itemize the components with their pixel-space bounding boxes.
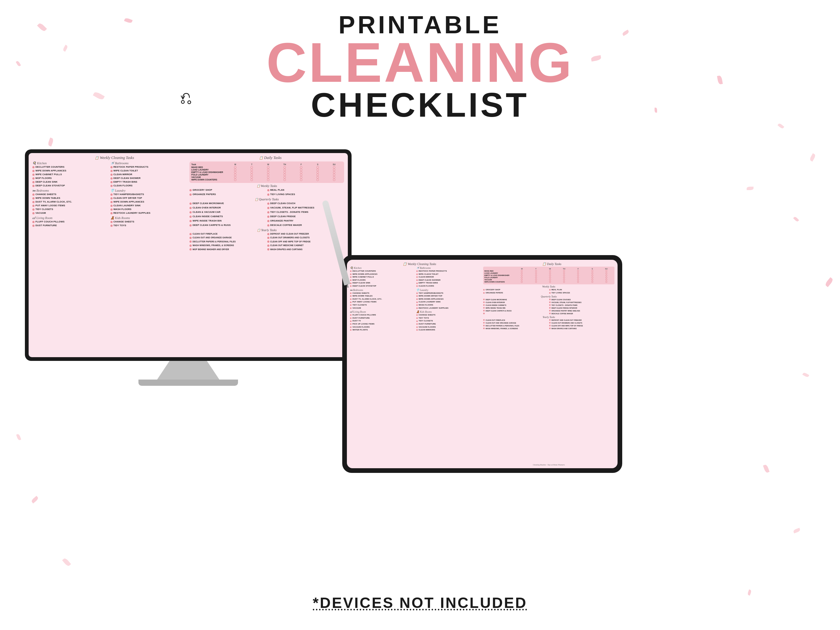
- weekly-tasks-label: 📋 Weekly Tasks: [189, 184, 344, 188]
- task-wash-floors: WASH FLOORS: [111, 207, 187, 211]
- task-grocery-shop: GROCERY SHOP: [189, 188, 267, 192]
- quarterly-tasks-section: 📋 Quarterly Tasks DEEP CLEAN MICROWAVE D…: [189, 197, 344, 227]
- task-wipe-toilet: WIPE CLEAN TOILET: [111, 169, 187, 173]
- tablet-quarterly-section: Quarterly Tasks DEEP CLEAN MICROWAVE DEE…: [483, 295, 614, 315]
- tablet-kids-header: 🧸 Kids Rooms: [416, 311, 482, 313]
- tablet-weekly-subsection: Weekly Tasks GROCERY SHOP MEAL PLAN ORGA…: [483, 285, 614, 294]
- curly-decoration: ⎌: [180, 87, 192, 109]
- daily-row-make-bed: MAKE BED: [191, 166, 342, 169]
- header: PRINTABLE CLEANING CHECKLIST: [233, 13, 607, 122]
- tablet-checklist-content: 📋Weekly Cleaning Tasks 📋Daily Tasks 🍳 Ki…: [347, 260, 617, 468]
- quarterly-label: 📋 Quarterly Tasks: [189, 197, 344, 201]
- bedrooms-header: 🛏 Bedrooms: [32, 189, 109, 192]
- tablet-kitchen-header: 🍳 Kitchen: [350, 267, 415, 269]
- tablet-screen: 📋Weekly Cleaning Tasks 📋Daily Tasks 🍳 Ki…: [347, 260, 617, 468]
- task-declutter-counters: DECLUTTER COUNTERS: [32, 165, 109, 169]
- day-f: F: [293, 163, 309, 166]
- task-deep-clean-stovetop: DEEP CLEAN STOVETOP: [32, 184, 109, 188]
- daily-row-vacuum: VACUUM: [191, 176, 342, 178]
- task-clean-laundry-sink: CLEAN LAUNDRY SINK: [111, 204, 187, 207]
- task-restock-paper: RESTOCK PAPER PRODUCTS: [111, 165, 187, 169]
- monitor-screen: 📋 Weekly Cleaning Tasks 📋 Daily Tasks: [28, 153, 348, 357]
- tablet-daily-title: Daily Tasks: [547, 262, 562, 266]
- tablet-weekly-title: Weekly Cleaning Tasks: [407, 262, 436, 266]
- task-dust-tv: DUST TV, ALARM CLOCK, ETC.: [32, 200, 109, 204]
- task-tidy-toys: TIDY TOYS: [111, 224, 187, 227]
- task-wipe-tables: WIPE DOWN TABLES: [32, 196, 109, 200]
- task-tidy-living: TIDY LIVING SPACES: [267, 193, 344, 196]
- daily-row-wipe-counters: WIPE DOWN COUNTERS: [191, 178, 342, 181]
- task-kids-change-sheets: CHANGE SHEETS: [111, 220, 187, 224]
- laundry-header: 👕 Laundry: [111, 189, 187, 192]
- monitor-container: 📋 Weekly Cleaning Tasks 📋 Daily Tasks: [25, 149, 352, 386]
- daily-row-dishwasher: EMPTY & LOAD DISHWASHER: [191, 171, 342, 174]
- task-tidy-closets: TIDY CLOSETS: [32, 207, 109, 211]
- day-s: S: [309, 163, 326, 166]
- quarterly-tasks-grid: DEEP CLEAN MICROWAVE DEEP CLEAN COUCH CL…: [189, 202, 344, 227]
- weekly-tasks-subsection: 📋 Weekly Tasks GROCERY SHOP MEAL PLAN OR…: [189, 184, 344, 196]
- cleaning-title: CLEANING: [233, 37, 607, 88]
- task-put-away-loose: PUT AWAY LOOSE ITEMS: [32, 204, 109, 207]
- tablet-container: 📋Weekly Cleaning Tasks 📋Daily Tasks 🍳 Ki…: [342, 255, 622, 473]
- kitchen-section: 🍳 Kitchen DECLUTTER COUNTERS WIPE DOWN A…: [32, 161, 109, 354]
- tablet-yearly-section: Yearly Tasks CLEAN OUT FIREPLACE DEFROST…: [483, 316, 614, 330]
- weekly-tasks-grid: GROCERY SHOP MEAL PLAN ORGANIZE PAPERS T…: [189, 188, 344, 196]
- day-th: TH: [276, 163, 293, 166]
- kids-rooms-header: 🧸 Kids Rooms: [111, 216, 187, 219]
- kitchen-header: 🍳 Kitchen: [32, 161, 109, 165]
- monitor-base: [139, 379, 238, 386]
- day-t: T: [243, 163, 260, 166]
- task-wipe-cabinet-pulls: WIPE CABINET PULLS: [32, 173, 109, 177]
- tablet-daily-panel: M T W TH F S SU MAKE BED: [483, 267, 614, 284]
- monitor-daily-title: Daily Tasks: [264, 156, 281, 160]
- tablet-laundry-header: 👕 Laundry: [416, 289, 482, 292]
- monitor-weekly-title: Weekly Cleaning Tasks: [100, 156, 134, 160]
- task-dust-furniture: DUST FURNITURE: [32, 224, 109, 227]
- task-tidy-hampers: TIDY HAMPERS/BASKETS: [111, 193, 187, 196]
- monitor-screen-outer: 📋 Weekly Cleaning Tasks 📋 Daily Tasks: [25, 149, 352, 361]
- task-empty-trash: EMPTY TRASH BINS: [111, 180, 187, 184]
- task-clean-mirror: CLEAN MIRROR: [111, 173, 187, 177]
- task-meal-plan: MEAL PLAN: [267, 188, 344, 192]
- living-room-header: 🛋 Living Room: [32, 216, 109, 219]
- task-deep-clean-shower: DEEP CLEAN SHOWER: [111, 177, 187, 180]
- task-fluff-pillows: FLUFF COUCH PILLOWS: [32, 220, 109, 224]
- task-deep-clean-sink: DEEP CLEAN SINK: [32, 180, 109, 184]
- task-organize-papers: ORGANIZE PAPERS: [189, 193, 267, 196]
- day-su: SU: [326, 163, 342, 166]
- tablet-footer: Cleaning Routine - Stay at Home Planners: [483, 464, 614, 466]
- tablet-bedrooms-header: 🛏 Bedrooms: [350, 289, 415, 292]
- tablet-living-header: 🛋 Living Room: [350, 311, 415, 313]
- yearly-tasks-grid: CLEAN OUT FIREPLACE DEFROST AND CLEAN OU…: [189, 232, 344, 251]
- task-change-sheets: CHANGE SHEETS: [32, 193, 109, 196]
- daily-row-fold-laundry: FOLD LAUNDRY: [191, 174, 342, 176]
- daily-tasks-panel: Task M T W TH F S SU MAKE B: [189, 161, 344, 183]
- task-mop-floors: MOP FLOORS: [32, 177, 109, 180]
- task-vacuum-bed: VACUUM: [32, 211, 109, 215]
- bathrooms-section: 🚿 Bathrooms RESTOCK PAPER PRODUCTS WIPE …: [111, 161, 187, 354]
- monitor-stand: [157, 361, 219, 379]
- task-restock-laundry: RESTOCK LAUNDRY SUPPLIES: [111, 211, 187, 215]
- tablet-bathrooms-header: 🚿 Bathrooms: [416, 267, 482, 269]
- task-clean-dryer-top: CLEAN OFF DRYER TOP: [111, 196, 187, 200]
- devices-disclaimer: *DEVICES NOT INCLUDED: [313, 594, 527, 611]
- day-header-row: Task M T W TH F S SU: [191, 163, 342, 166]
- day-m: M: [227, 163, 243, 166]
- task-wipe-laundry-appliances: WIPE DOWN APPLIANCES: [111, 200, 187, 204]
- monitor-checklist-content: 📋 Weekly Cleaning Tasks 📋 Daily Tasks: [28, 153, 348, 357]
- tablet-outer: 📋Weekly Cleaning Tasks 📋Daily Tasks 🍳 Ki…: [342, 255, 622, 473]
- bathrooms-header: 🚿 Bathrooms: [111, 161, 187, 165]
- task-wipe-appliances: WIPE DOWN APPLIANCES: [32, 169, 109, 173]
- task-clean-floors-bath: CLEAN FLOORS: [111, 184, 187, 188]
- daily-row-load-laundry: LOAD LAUNDRY: [191, 169, 342, 171]
- yearly-tasks-section: 📋 Yearly Tasks CLEAN OUT FIREPLACE DEFRO…: [189, 228, 344, 251]
- day-w: W: [260, 163, 276, 166]
- yearly-label: 📋 Yearly Tasks: [189, 228, 344, 232]
